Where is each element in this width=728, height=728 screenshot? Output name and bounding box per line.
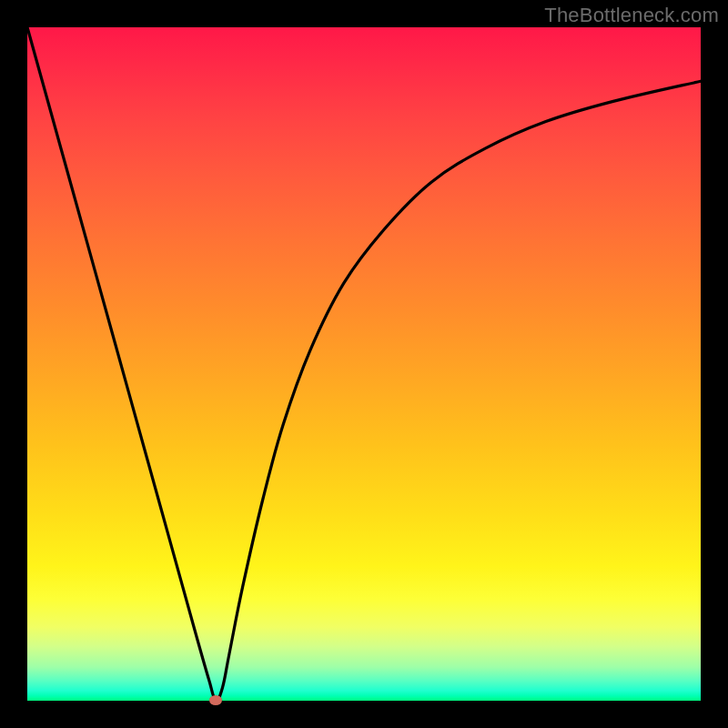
- curve-svg: [27, 27, 701, 701]
- plot-area: [27, 27, 701, 701]
- bottleneck-curve: [27, 27, 701, 701]
- min-marker: [209, 695, 222, 705]
- chart-container: TheBottleneck.com: [0, 0, 728, 728]
- watermark-text: TheBottleneck.com: [544, 4, 719, 27]
